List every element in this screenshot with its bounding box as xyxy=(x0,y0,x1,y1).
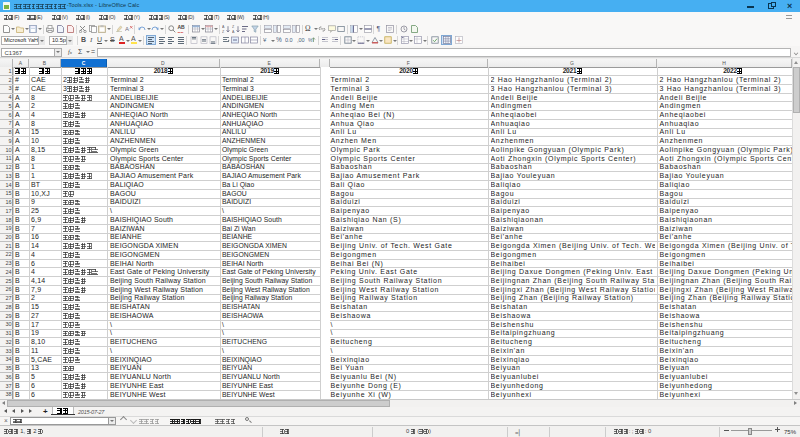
svg-text:%: % xyxy=(308,37,313,43)
svg-text:A: A xyxy=(125,26,129,32)
svg-text:Z: Z xyxy=(222,29,225,32)
svg-text:A: A xyxy=(232,29,235,32)
